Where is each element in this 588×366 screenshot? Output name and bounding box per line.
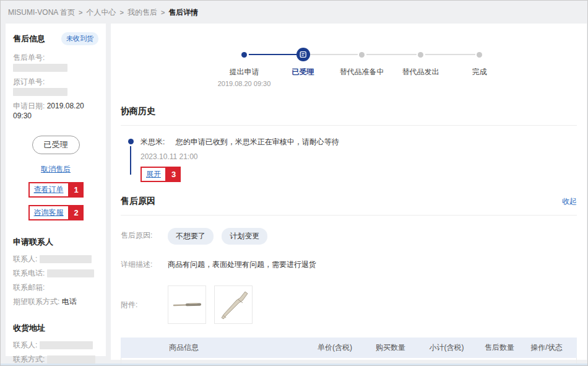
- reason-tags-row: 售后原因: 不想要了 计划变更: [121, 228, 577, 245]
- contact-email-label: 联系邮箱:: [13, 283, 45, 292]
- col-after-sales-qty: 售后数量: [474, 342, 525, 353]
- address-contact-row: 联系人:: [13, 340, 98, 350]
- redacted-value: [47, 269, 94, 277]
- breadcrumb-separator: >: [119, 9, 123, 16]
- negotiation-history-title: 协商历史: [121, 106, 155, 117]
- annotation-number: 3: [166, 167, 181, 182]
- col-unit-price: 单价(含税): [308, 342, 362, 353]
- col-purchase-qty: 购买数量: [362, 342, 419, 353]
- contact-name-label: 联系人:: [13, 255, 37, 263]
- tool-photo-2: [215, 287, 251, 323]
- original-order-number-row: 原订单号:: [13, 77, 98, 97]
- breadcrumb-separator: >: [161, 9, 165, 16]
- tool-photo-1: [169, 287, 205, 323]
- annotation-mark-1: 查看订单 1: [28, 182, 84, 198]
- annotation-mark-3: 展开 3: [141, 167, 181, 182]
- sidebar-title: 售后信息: [13, 33, 45, 45]
- redacted-value: [40, 255, 92, 263]
- shipping-address-title: 收货地址: [13, 323, 98, 334]
- preferred-contact-label: 期望联系方式:: [13, 297, 59, 306]
- view-order-link[interactable]: 查看订单: [34, 185, 64, 195]
- breadcrumb: MISUMI-VONA 首页>个人中心>我的售后>售后详情: [1, 1, 587, 24]
- message-time: 2023.10.11 21:00: [141, 152, 339, 161]
- timeline: [121, 137, 141, 182]
- after-sales-info-panel: 售后信息 未收到货 售后单号: 原订单号: 申请日期: 2019.08.20 0…: [6, 24, 106, 356]
- preferred-contact-row: 期望联系方式: 电话: [13, 297, 98, 307]
- redacted-value: [40, 341, 93, 349]
- breadcrumb-personal-center[interactable]: 个人中心: [86, 8, 116, 17]
- reason-header: 售后原因 收起: [121, 196, 577, 216]
- step-label: 提出申请: [215, 67, 274, 77]
- after-sales-number-label: 售后单号:: [13, 53, 45, 62]
- col-product-info: 商品信息: [121, 342, 308, 353]
- preferred-contact-value: 电话: [62, 297, 77, 306]
- collapse-link[interactable]: 收起: [562, 196, 577, 207]
- redacted-value: [13, 64, 67, 72]
- contact-service-link[interactable]: 咨询客服: [34, 207, 64, 218]
- reason-tag: 不想要了: [168, 228, 214, 245]
- description-row: 详细描述: 商品有问题，表面处理有问题，需要进行退货: [121, 257, 577, 272]
- step-label: 替代品发出: [391, 67, 450, 77]
- after-sales-number-row: 售后单号:: [13, 53, 98, 72]
- address-contact-label: 联系人:: [13, 341, 37, 349]
- step-date: 2019.08.20 09:30: [215, 80, 274, 87]
- attachments-row: 附件:: [121, 285, 577, 324]
- apply-date-row: 申请日期: 2019.08.20 09:30: [13, 101, 98, 121]
- description-label: 详细描述:: [121, 257, 159, 272]
- annotation-mark-2: 咨询客服 2: [28, 205, 84, 220]
- step-dot: [418, 52, 423, 58]
- reason-tag: 计划变更: [222, 228, 267, 245]
- negotiation-entry: 米思米: 您的申请已收到，米思米正在审核中，请耐心等待 2023.10.11 2…: [121, 137, 577, 182]
- timeline-line: [130, 146, 131, 175]
- applicant-contact-title: 申请联系人: [13, 237, 98, 248]
- col-action-status: 操作/状态: [525, 342, 568, 353]
- memo-icon: [300, 51, 307, 58]
- contact-name-row: 联系人:: [13, 254, 98, 264]
- step-label: 已受理: [274, 67, 332, 77]
- goods-table: 商品信息 单价(含税) 购买数量 小计(含税) 售后数量 操作/状态: [121, 338, 577, 366]
- address-phone-row: 联系方式:: [13, 354, 98, 364]
- negotiation-history-header: 协商历史: [121, 106, 577, 126]
- step-dot: [241, 52, 247, 58]
- step-label: 完成: [450, 67, 509, 77]
- page-bottom-strip: [1, 364, 587, 365]
- reason-label: 售后原因:: [121, 228, 159, 243]
- breadcrumb-current: 售后详情: [168, 8, 198, 17]
- status-oval-button: 已受理: [32, 136, 80, 154]
- contact-email-row: 联系邮箱:: [13, 282, 98, 292]
- step-completed: 完成: [450, 48, 509, 87]
- address-phone-label: 联系方式:: [13, 355, 45, 364]
- page-content: 售后信息 未收到货 售后单号: 原订单号: 申请日期: 2019.08.20 0…: [6, 24, 582, 360]
- breadcrumb-separator: >: [79, 9, 82, 16]
- contact-phone-row: 联系电话:: [13, 268, 98, 278]
- description-text: 商品有问题，表面处理有问题，需要进行退货: [168, 257, 316, 272]
- breadcrumb-home[interactable]: MISUMI-VONA 首页: [8, 8, 75, 17]
- redacted-value: [13, 88, 67, 96]
- table-header: 商品信息 单价(含税) 购买数量 小计(含税) 售后数量 操作/状态: [121, 338, 577, 358]
- step-label: 替代品准备中: [332, 67, 391, 77]
- timeline-dot: [128, 139, 134, 144]
- annotation-number: 1: [69, 182, 84, 198]
- expand-link[interactable]: 展开: [146, 169, 161, 180]
- message-sender: 米思米:: [141, 137, 165, 146]
- col-subtotal: 小计(含税): [419, 342, 474, 353]
- redacted-value: [47, 355, 95, 364]
- breadcrumb-my-after-sales[interactable]: 我的售后: [128, 8, 157, 17]
- contact-phone-label: 联系电话:: [13, 269, 45, 277]
- reason-title: 售后原因: [121, 196, 155, 207]
- original-order-number-label: 原订单号:: [13, 77, 45, 86]
- attachment-thumbnail-1[interactable]: [168, 285, 206, 324]
- message-text: 您的申请已收到，米思米正在审核中，请耐心等待: [176, 137, 339, 146]
- attachment-thumbnail-2[interactable]: [214, 285, 253, 324]
- annotation-number: 2: [69, 205, 84, 220]
- step-dot-current: [296, 48, 310, 61]
- step-dot: [477, 52, 482, 58]
- after-sales-detail-panel: 提出申请 2019.08.20 09:30 已受理 替代: [111, 24, 587, 360]
- cancel-after-sales-link[interactable]: 取消售后: [41, 165, 71, 173]
- attachments-label: 附件:: [121, 297, 159, 312]
- progress-stepper: 提出申请 2019.08.20 09:30 已受理 替代: [147, 24, 577, 87]
- apply-date-label: 申请日期:: [13, 102, 45, 110]
- step-dot: [359, 52, 365, 58]
- status-badge: 未收到货: [61, 32, 98, 45]
